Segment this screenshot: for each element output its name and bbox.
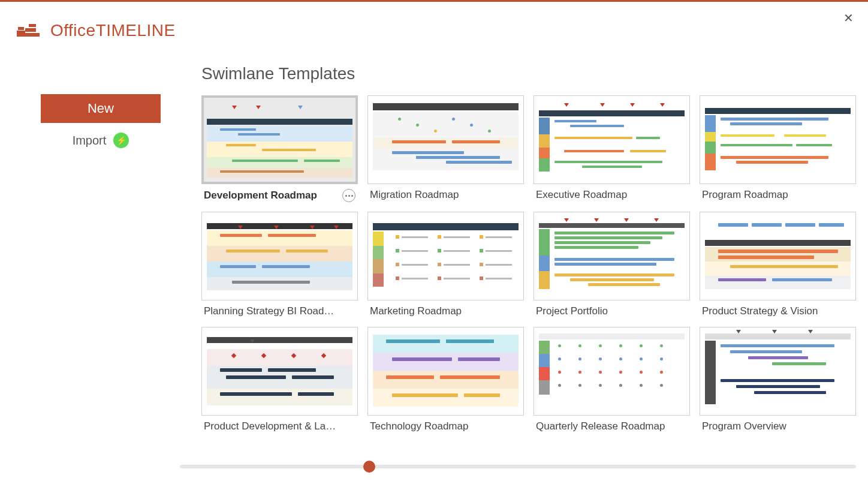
template-label: Development Roadmap xyxy=(204,190,317,202)
template-card[interactable]: Executive Roadmap xyxy=(534,95,690,202)
app-header: OfficeTIMELINE xyxy=(0,2,868,40)
template-thumbnail xyxy=(700,327,856,416)
template-label: Program Roadmap xyxy=(702,189,788,201)
template-thumbnail xyxy=(700,212,856,300)
template-card[interactable]: Planning Strategy BI Roadm… xyxy=(201,212,358,317)
template-card[interactable]: Development Roadmap xyxy=(201,95,358,202)
horizontal-scrollbar[interactable] xyxy=(180,465,856,468)
template-card[interactable]: Program Overview xyxy=(700,327,856,432)
template-label: Program Overview xyxy=(702,420,786,432)
template-card[interactable]: Technology Roadmap xyxy=(367,327,524,432)
template-card[interactable]: Project Portfolio xyxy=(534,212,690,317)
svg-rect-2 xyxy=(25,33,40,37)
template-card[interactable]: Quarterly Release Roadmap xyxy=(534,327,690,432)
app-logo-text: OfficeTIMELINE xyxy=(50,21,176,40)
app-logo-icon xyxy=(17,22,41,39)
template-thumbnail xyxy=(201,95,358,184)
template-card[interactable]: Program Roadmap xyxy=(700,95,856,202)
template-label: Product Development & La… xyxy=(204,420,336,432)
close-button[interactable]: ✕ xyxy=(843,11,854,25)
template-card[interactable]: Migration Roadmap xyxy=(367,95,524,202)
template-thumbnail xyxy=(201,327,358,416)
template-thumbnail xyxy=(534,95,690,184)
import-label: Import xyxy=(73,134,107,148)
more-options-button[interactable] xyxy=(342,189,355,202)
template-thumbnail xyxy=(367,212,524,300)
new-button[interactable]: New xyxy=(41,94,161,123)
import-button[interactable]: Import ⚡ xyxy=(73,133,129,148)
template-thumbnail xyxy=(534,212,690,300)
bolt-icon: ⚡ xyxy=(113,133,129,148)
svg-rect-4 xyxy=(29,24,36,27)
template-label: Technology Roadmap xyxy=(370,420,468,432)
template-thumbnail xyxy=(534,327,690,416)
template-label: Quarterly Release Roadmap xyxy=(536,420,665,432)
template-label: Project Portfolio xyxy=(536,305,608,317)
template-thumbnail xyxy=(367,95,524,184)
template-card[interactable]: Product Strategy & Vision xyxy=(700,212,856,317)
svg-rect-3 xyxy=(25,28,36,32)
sidebar: New Import ⚡ xyxy=(0,64,201,432)
template-card[interactable]: Marketing Roadmap xyxy=(367,212,524,317)
page-title: Swimlane Templates xyxy=(201,64,856,83)
template-thumbnail xyxy=(201,212,358,300)
template-label: Marketing Roadmap xyxy=(370,305,462,317)
template-grid: Development RoadmapMigration RoadmapExec… xyxy=(201,95,856,432)
template-label: Migration Roadmap xyxy=(370,189,459,201)
template-thumbnail xyxy=(367,327,524,416)
scroll-thumb[interactable] xyxy=(363,461,375,473)
template-label: Planning Strategy BI Roadm… xyxy=(204,305,342,317)
template-card[interactable]: Product Development & La… xyxy=(201,327,358,432)
svg-rect-1 xyxy=(18,27,24,30)
template-label: Product Strategy & Vision xyxy=(702,305,818,317)
template-thumbnail xyxy=(700,95,856,184)
template-label: Executive Roadmap xyxy=(536,189,627,201)
svg-rect-0 xyxy=(17,31,25,37)
